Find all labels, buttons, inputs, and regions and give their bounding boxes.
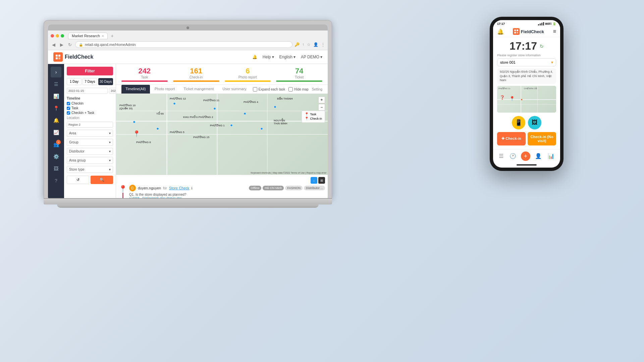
tab-photo[interactable]: Photo report: [151, 85, 179, 94]
map-label-to55: TỔ 55: [156, 112, 164, 115]
phone-header: 🔔 FieldCheck ≡: [493, 26, 560, 37]
checkin-button[interactable]: ✚ Check-in: [497, 132, 526, 145]
area-dropdown[interactable]: Area ▾: [67, 130, 113, 137]
profile-icon[interactable]: 👤: [313, 42, 318, 47]
phone-menu-icon[interactable]: ≡: [553, 28, 556, 35]
answer1-link[interactable]: » VM06 - Deployment: Yes; Status: Yes: [129, 196, 325, 198]
store-type-dropdown[interactable]: Store type ▾: [67, 166, 113, 173]
map-dot-2: [213, 107, 216, 110]
checkin-checkbox[interactable]: [67, 102, 70, 105]
phone-bell-icon[interactable]: 🔔: [497, 28, 504, 35]
photo-bar: [225, 80, 271, 82]
filter-button[interactable]: Filter: [67, 67, 113, 75]
time-btn-1day[interactable]: 1 Day: [67, 78, 82, 85]
more-icon[interactable]: ⋮: [321, 42, 325, 47]
share-icon[interactable]: ↑: [302, 42, 304, 47]
area-group-dropdown[interactable]: Area group ▾: [67, 157, 113, 164]
expand-checkbox[interactable]: [253, 87, 257, 92]
hide-map-checkbox[interactable]: [288, 87, 293, 92]
star-icon[interactable]: ☆: [307, 42, 311, 47]
timeline-bottom: ↓ ⊞ 📍 D: [116, 175, 328, 198]
question-text: Q1. Is the store displayed as planned?: [129, 193, 325, 196]
sidebar-item-chart[interactable]: 📊: [51, 91, 61, 102]
phone-nav-list-icon[interactable]: ☰: [497, 152, 505, 161]
browser-tab[interactable]: Market Research ×: [68, 33, 108, 39]
help-btn[interactable]: Help ▾: [263, 55, 274, 59]
distributor-dropdown[interactable]: Distributor ▾: [67, 148, 113, 155]
export-btn-blue[interactable]: ↓: [311, 177, 317, 184]
sidebar-item-image[interactable]: 🖼: [51, 163, 61, 174]
sidebar-item-people[interactable]: 👥 1: [51, 139, 61, 150]
refresh-btn[interactable]: ↻: [67, 42, 73, 48]
checkin-task-checkbox[interactable]: [67, 111, 70, 115]
phone-refresh-icon[interactable]: ↻: [540, 44, 544, 49]
distributor-chevron-icon: ▾: [109, 149, 111, 153]
reset-btn[interactable]: ↺: [67, 176, 89, 184]
phone-nav-add-icon[interactable]: +: [521, 152, 530, 161]
zoom-out-btn[interactable]: −: [318, 104, 325, 111]
language-btn[interactable]: English ▾: [279, 55, 296, 59]
sidebar-item-arrow[interactable]: ›: [51, 67, 61, 77]
tab-ticket[interactable]: Ticket mangement: [179, 85, 218, 94]
tl-green[interactable]: [61, 34, 64, 38]
date-from-input[interactable]: [67, 88, 108, 94]
timeline-entry: 📍 D duyen.nguyen for Store Check: [119, 185, 325, 198]
time-btn-30days[interactable]: 30 Days: [98, 78, 113, 85]
macbook-device: Market Research × + ◀ ▶ ↻ 🔒 retail-stg.q…: [44, 13, 345, 315]
photo-count: 6: [225, 67, 271, 75]
stat-checkin: 161 Check-in: [173, 67, 219, 82]
timeline-line: [122, 193, 123, 198]
phone-nav-person-icon[interactable]: 👤: [534, 152, 543, 161]
phone-nav-clock-icon[interactable]: 🕐: [508, 152, 518, 161]
setting-link[interactable]: Setting: [312, 87, 322, 91]
sidebar-item-list[interactable]: ☰: [51, 79, 61, 89]
checkin-task-label: Checkin + Task: [71, 111, 94, 115]
checkin-no-visit-button[interactable]: Check-in (No visit): [528, 132, 556, 145]
new-tab-btn[interactable]: +: [109, 33, 116, 39]
main-map-pin[interactable]: 📍: [133, 130, 140, 137]
traffic-lights: [51, 34, 64, 38]
zoom-in-btn[interactable]: +: [318, 97, 325, 103]
phone-map: PHƯỜNG 11 CHỢ BÁN CỒ 📍 ❓ ●: [497, 86, 556, 113]
export-btn-dark[interactable]: ⊞: [318, 177, 325, 184]
map-controls: + −: [318, 97, 325, 111]
phone-camera-icon[interactable]: 📱: [512, 116, 525, 129]
address-bar: ◀ ▶ ↻ 🔒 retail-stg.qand.me/HomeAdmin 🔑 ↑…: [51, 41, 325, 48]
map-road-v2: [217, 94, 218, 175]
hide-map-check[interactable]: Hide map: [288, 87, 309, 92]
sidebar-item-bell[interactable]: 🔔: [51, 115, 61, 126]
sidebar-item-location[interactable]: 📍: [51, 103, 61, 114]
phone-nav-chart-icon[interactable]: 📊: [546, 152, 556, 161]
city-badge: Hồ Chí Minh: [263, 186, 284, 190]
phone-address: 502/25 Nguyễn Đình Chiểu, Phường 4, Quận…: [497, 68, 556, 84]
notification-btn[interactable]: 🔔: [252, 55, 257, 59]
phone-store-select[interactable]: store 001 ▾: [497, 58, 556, 66]
group-dropdown[interactable]: Group ▾: [67, 139, 113, 146]
location-input[interactable]: [67, 122, 113, 128]
time-btn-7days[interactable]: 7 Days: [83, 78, 97, 85]
back-btn[interactable]: ◀: [51, 42, 57, 48]
phone-store-value: store 001: [500, 60, 516, 64]
map-label-benthanh: BẾN THÀNH: [277, 97, 293, 100]
sidebar-item-settings[interactable]: ⚙️: [51, 151, 61, 162]
tab-close-btn[interactable]: ×: [102, 34, 104, 38]
account-btn[interactable]: AP DEMO ▾: [301, 55, 322, 59]
tab-timeline[interactable]: Timeline(All): [121, 85, 150, 94]
map-dot-4: [274, 106, 276, 108]
tl-yellow[interactable]: [56, 34, 59, 38]
sidebar-item-help[interactable]: ?: [51, 175, 61, 186]
tl-red[interactable]: [51, 34, 54, 38]
expand-task-check[interactable]: Expand each task: [253, 87, 285, 92]
search-btn[interactable]: 🔍: [91, 176, 113, 184]
ticket-count: 74: [276, 67, 322, 75]
task-checkbox[interactable]: [67, 107, 70, 110]
date-to-input[interactable]: [109, 88, 116, 94]
tab-user-summary[interactable]: User summary: [218, 85, 251, 94]
phone-photo-icon[interactable]: 🖼: [528, 116, 541, 129]
store-link[interactable]: Store Check: [169, 186, 190, 190]
forward-btn[interactable]: ▶: [59, 42, 65, 48]
sidebar-item-analytics[interactable]: 📈: [51, 127, 61, 138]
url-input[interactable]: 🔒 retail-stg.qand.me/HomeAdmin: [75, 41, 292, 48]
checkin-task-checkbox-row: Checkin + Task: [67, 111, 113, 115]
browser-icons: 🔑 ↑ ☆ 👤 ⋮: [294, 42, 325, 47]
